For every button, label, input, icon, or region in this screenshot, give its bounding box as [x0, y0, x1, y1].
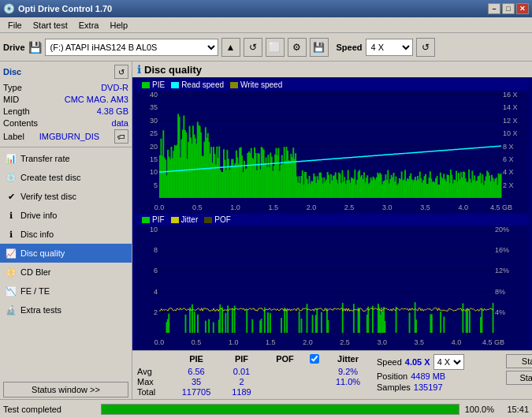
row-total-pie: 117705 — [173, 387, 220, 397]
nav-cd-bler[interactable]: 📀 CD Bler — [0, 263, 132, 282]
disc-quality-header-icon: ℹ — [137, 63, 141, 76]
drive-label: Drive — [3, 43, 25, 52]
progress-percentage: 100.0% — [463, 405, 494, 414]
close-button[interactable]: ✕ — [516, 3, 529, 14]
disc-contents-label: Contents — [3, 118, 38, 129]
row-total-pof — [263, 387, 307, 397]
jitter-checkbox[interactable] — [310, 354, 319, 364]
row-avg-pie: 6.56 — [173, 367, 220, 376]
row-max-pof — [263, 377, 307, 386]
minimize-button[interactable]: – — [488, 3, 500, 14]
start-part-button[interactable]: Start part — [506, 371, 532, 385]
disc-mid-value: CMC MAG. AM3 — [65, 94, 128, 106]
legend-pif: PIF — [142, 215, 165, 224]
row-avg-label: Avg — [137, 367, 173, 376]
disc-contents-value: data — [112, 118, 128, 129]
speed-label: Speed — [337, 43, 363, 52]
menu-help[interactable]: Help — [105, 19, 132, 32]
extra-tests-icon: 🔬 — [5, 304, 17, 316]
disc-refresh-button[interactable]: ↺ — [114, 65, 128, 79]
col-empty — [137, 354, 173, 365]
pie-legend-box — [142, 82, 150, 88]
apply-speed-button[interactable]: ↺ — [416, 38, 435, 57]
row-max-label: Max — [137, 377, 173, 386]
sidebar: Disc ↺ Type DVD-R MID CMC MAG. AM3 Lengt… — [0, 62, 132, 399]
row-max-pie: 35 — [173, 377, 220, 386]
disc-quality-header: ℹ Disc quality — [132, 62, 532, 77]
legend-write-speed: Write speed — [230, 80, 282, 89]
toolbar: Drive 💾 (F:) ATAPI iHAS124 B AL0S ▲ ↺ ⬜ … — [0, 33, 532, 62]
title-bar: 💿 Opti Drive Control 1.70 – □ ✕ — [0, 0, 532, 17]
label-icon-button[interactable]: 🏷 — [114, 129, 128, 144]
menu-file[interactable]: File — [3, 19, 27, 32]
nav-disc-quality[interactable]: 📈 Disc quality — [0, 244, 132, 263]
legend-pie: PIE — [142, 80, 165, 89]
verify-disc-icon: ✔ — [5, 190, 17, 203]
save-button[interactable]: 💾 — [310, 38, 329, 57]
nav-extra-tests[interactable]: 🔬 Extra tests — [0, 300, 132, 319]
eject-button[interactable]: ▲ — [221, 38, 240, 57]
disc-mid-label: MID — [3, 94, 19, 106]
status-bar: Test completed 100.0% 15:41 — [0, 399, 532, 418]
disc-label-label: Label — [3, 131, 24, 143]
nav-fe-te[interactable]: 📉 FE / TE — [0, 282, 132, 300]
create-disc-icon: 💿 — [5, 171, 17, 184]
pif-legend-box — [142, 217, 150, 223]
status-window-button[interactable]: Status window >> — [3, 382, 128, 397]
row-avg-pif: 0.01 — [220, 367, 263, 376]
time-display: 15:41 — [497, 405, 529, 414]
nav-create-test-disc[interactable]: 💿 Create test disc — [0, 168, 132, 187]
transfer-rate-icon: 📊 — [5, 152, 17, 165]
nav-verify-test-disc[interactable]: ✔ Verify test disc — [0, 187, 132, 206]
drive-info-icon: ℹ — [5, 209, 17, 222]
jitter-legend-box — [171, 217, 179, 223]
disc-quality-icon: 📈 — [5, 247, 17, 259]
progress-bar-fill — [102, 405, 459, 414]
col-pie-header: PIE — [173, 354, 220, 365]
samples-label: Samples — [377, 383, 411, 392]
maximize-button[interactable]: □ — [502, 3, 515, 14]
refresh-button[interactable]: ↺ — [244, 38, 262, 57]
write-speed-legend-box — [230, 82, 238, 88]
bottom-chart-legend: PIF Jitter POF — [136, 214, 529, 226]
disc-type-value: DVD-R — [101, 82, 128, 94]
settings-button[interactable]: ⚙ — [288, 38, 307, 57]
legend-jitter: Jitter — [171, 215, 199, 224]
row-avg-jitter: 9.2% — [322, 367, 374, 376]
bottom-chart-canvas — [136, 226, 529, 349]
disc-label-value: IMGBURN_DIS — [39, 131, 99, 143]
window-title: Opti Drive Control 1.70 — [18, 4, 488, 13]
start-full-button[interactable]: Start full — [506, 354, 532, 368]
erase-button[interactable]: ⬜ — [266, 38, 285, 57]
speed-select[interactable]: 4 X — [366, 39, 413, 56]
nav-transfer-rate[interactable]: 📊 Transfer rate — [0, 149, 132, 168]
position-value: 4489 MB — [411, 371, 445, 381]
row-total-check — [307, 387, 322, 397]
nav-disc-info[interactable]: ℹ Disc info — [0, 225, 132, 244]
app-icon: 💿 — [3, 3, 15, 14]
position-label: Position — [377, 371, 407, 381]
col-jitter-header: Jitter — [322, 354, 374, 365]
nav-drive-info[interactable]: ℹ Drive info — [0, 206, 132, 225]
drive-icon: 💾 — [28, 41, 42, 54]
read-speed-legend-box — [171, 82, 179, 88]
menu-extra[interactable]: Extra — [74, 19, 104, 32]
status-text: Test completed — [3, 405, 98, 414]
speed-stat-dropdown[interactable]: 4 X — [433, 354, 464, 370]
col-check — [307, 354, 322, 365]
menu-start-test[interactable]: Start test — [28, 19, 73, 32]
col-pof-header: POF — [263, 354, 307, 365]
main-content: Disc ↺ Type DVD-R MID CMC MAG. AM3 Lengt… — [0, 62, 532, 399]
disc-quality-title: Disc quality — [144, 64, 202, 76]
drive-select[interactable]: (F:) ATAPI iHAS124 B AL0S — [45, 39, 218, 56]
row-max-jitter: 11.0% — [322, 377, 374, 386]
col-pif-header: PIF — [220, 354, 263, 365]
content-area: ℹ Disc quality PIE Read speed Write spee… — [132, 62, 532, 399]
fe-te-icon: 📉 — [5, 285, 17, 297]
nav-items: 📊 Transfer rate 💿 Create test disc ✔ Ver… — [0, 147, 132, 380]
disc-info-icon: ℹ — [5, 228, 17, 241]
top-chart-canvas — [136, 91, 529, 214]
row-max-pif: 2 — [220, 377, 263, 386]
speed-stat-value: 4.05 X — [405, 357, 430, 367]
row-total-pif: 1189 — [220, 387, 263, 397]
